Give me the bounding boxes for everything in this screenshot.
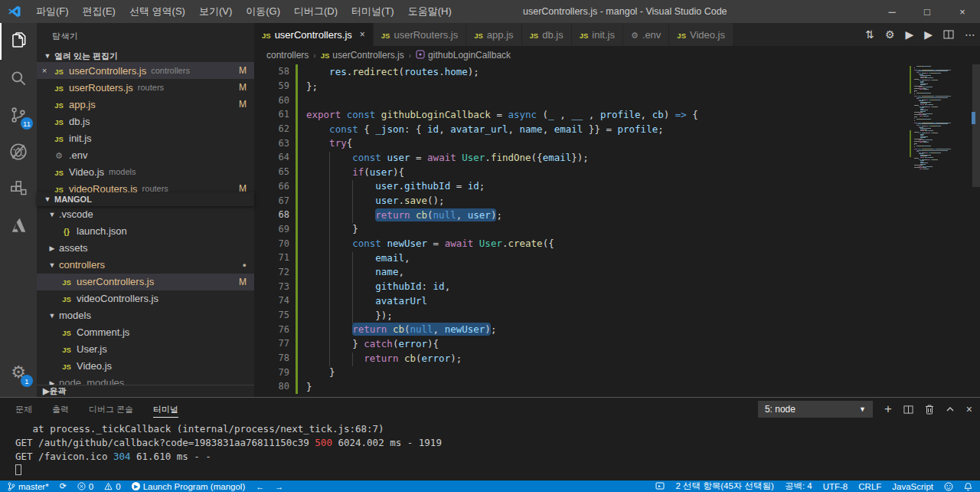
tab-app-js[interactable]: JSapp.js xyxy=(466,23,521,46)
tree-item-folder[interactable]: ▼models xyxy=(37,307,254,324)
open-editor-item[interactable]: JSapp.jsM xyxy=(37,96,254,113)
breadcrumb-item[interactable]: githubLoginCallback xyxy=(416,50,511,61)
panel-tab-터미널[interactable]: 터미널 xyxy=(153,398,178,421)
status-smiley[interactable] xyxy=(944,482,953,491)
gear-icon[interactable]: ⚙ xyxy=(885,28,895,41)
panel-tab-디버그-콘솔[interactable]: 디버그 콘솔 xyxy=(89,398,133,421)
code-token: = xyxy=(410,152,428,163)
status-sync[interactable]: ⟳ xyxy=(60,481,67,491)
tree-item-file[interactable]: JSVideo.js xyxy=(37,358,254,375)
tab-db-js[interactable]: JSdb.js xyxy=(522,23,572,46)
line-content: }); xyxy=(306,310,393,321)
tree-item-file[interactable]: JSvideoControllers.js xyxy=(37,290,254,307)
file-tree: ▼.vscode{}launch.json▶assets▼controllers… xyxy=(37,206,254,385)
workspace-section-header[interactable]: ▼ MANGOL xyxy=(37,192,254,206)
open-editor-item[interactable]: JSinit.js xyxy=(37,130,254,146)
run-icon[interactable]: ▶ xyxy=(905,28,913,41)
panel-tab-문제[interactable]: 문제 xyxy=(15,398,32,421)
activity-source-control-icon[interactable]: 11 xyxy=(0,97,37,133)
breadcrumb-item[interactable]: JSuserControllers.js xyxy=(321,50,404,61)
maximize-button[interactable]: □ xyxy=(910,0,945,23)
status--4[interactable]: 공백: 4 xyxy=(785,481,812,492)
open-editor-item[interactable]: ×JSuserControllers.jscontrollersM xyxy=(37,62,254,79)
status-arrow-right[interactable]: → xyxy=(275,482,283,491)
open-editors-header[interactable]: ▼ 열려 있는 편집기 xyxy=(37,50,254,62)
tree-item-folder[interactable]: ▶assets xyxy=(37,240,254,257)
code-line: 60 xyxy=(254,93,980,107)
activity-debug-icon[interactable] xyxy=(0,133,37,170)
kill-terminal-icon[interactable] xyxy=(925,404,934,415)
code-token: { xyxy=(358,123,376,135)
tab-label: userControllers.js xyxy=(275,29,352,41)
activity-search-icon[interactable] xyxy=(0,60,37,97)
sync-changes-icon[interactable]: ⇅ xyxy=(865,28,874,41)
new-terminal-icon[interactable]: + xyxy=(884,402,892,417)
maximize-panel-icon[interactable] xyxy=(946,405,955,414)
open-editor-item[interactable]: JSdb.js xyxy=(37,113,254,130)
breadcrumb-label: userControllers.js xyxy=(332,50,403,61)
run-without-debug-icon[interactable]: ▶ xyxy=(924,28,933,41)
status-javascript[interactable]: JavaScript xyxy=(892,482,933,491)
status-error[interactable]: 0 xyxy=(77,482,93,491)
status-screencast[interactable] xyxy=(655,482,665,490)
status-utf-8[interactable]: UTF-8 xyxy=(823,482,848,491)
status-arrow-left[interactable]: ← xyxy=(256,482,264,491)
status-bell[interactable] xyxy=(964,482,972,491)
tab-init-js[interactable]: JSinit.js xyxy=(572,23,623,46)
minimize-button[interactable]: ─ xyxy=(874,0,910,23)
menu-item-0[interactable]: 파일(F) xyxy=(29,0,76,23)
activity-extensions-icon[interactable] xyxy=(0,170,37,207)
code-token: email xyxy=(554,123,583,135)
tab--env[interactable]: ⚙.env xyxy=(623,23,669,46)
code-token: _ xyxy=(548,109,554,120)
tree-item-folder[interactable]: ▶node_modules xyxy=(37,375,254,385)
status-2-45-[interactable]: 2 선택 항목(45자 선택됨) xyxy=(675,481,773,492)
close-icon[interactable]: × xyxy=(360,29,365,40)
split-terminal-icon[interactable] xyxy=(903,405,913,415)
status-warning[interactable]: 0 xyxy=(104,482,120,491)
terminal-output[interactable]: at process._tickCallback (internal/proce… xyxy=(0,421,980,481)
code-token: ( xyxy=(364,166,370,178)
code-token xyxy=(473,238,479,249)
status-play-circle[interactable]: ▶Launch Program (mangol) xyxy=(132,482,246,491)
terminal-picker[interactable]: 5: node ▼ xyxy=(758,401,873,418)
split-editor-icon[interactable] xyxy=(943,29,954,40)
modified-badge: M xyxy=(239,183,247,192)
menu-item-5[interactable]: 디버그(D) xyxy=(287,0,345,23)
tree-item-file[interactable]: JSuserControllers.jsM xyxy=(37,274,254,290)
activity-explorer-icon[interactable] xyxy=(0,23,37,60)
menu-item-4[interactable]: 이동(G) xyxy=(239,0,287,23)
tab-userControllers-js[interactable]: JSuserControllers.js× xyxy=(254,23,374,46)
code-token: email xyxy=(543,152,572,163)
tree-item-folder[interactable]: ▼.vscode xyxy=(37,206,254,223)
code-line: 75 }); xyxy=(254,308,980,323)
tree-item-file[interactable]: JSUser.js xyxy=(37,341,254,358)
open-editor-item[interactable]: JSvideoRouters.jsroutersM xyxy=(37,180,254,192)
tab-userRouters-js[interactable]: JSuserRouters.js xyxy=(374,23,466,46)
menu-item-1[interactable]: 편집(E) xyxy=(76,0,122,23)
menu-item-2[interactable]: 선택 영역(S) xyxy=(122,0,192,23)
outline-section-header[interactable]: ▶ 윤곽 xyxy=(37,385,254,397)
panel-tab-출력[interactable]: 출력 xyxy=(52,398,69,421)
open-editor-item[interactable]: JSuserRouters.jsroutersM xyxy=(37,79,254,96)
breadcrumb-item[interactable]: controllers xyxy=(266,50,309,61)
menu-item-3[interactable]: 보기(V) xyxy=(192,0,239,23)
open-editor-item[interactable]: JSVideo.jsmodels xyxy=(37,163,254,180)
manage-gear-icon[interactable]: ⚙1 xyxy=(0,354,37,391)
open-editor-item[interactable]: ⚙.env xyxy=(37,146,254,163)
tree-item-file[interactable]: {}launch.json xyxy=(37,223,254,240)
status-branch[interactable]: master* xyxy=(8,482,49,491)
tab-Video-js[interactable]: JSVideo.js xyxy=(669,23,733,46)
close-panel-icon[interactable]: × xyxy=(966,403,972,415)
status-crlf[interactable]: CRLF xyxy=(858,482,881,491)
menu-item-7[interactable]: 도움말(H) xyxy=(401,0,459,23)
menu-item-6[interactable]: 터미널(T) xyxy=(345,0,401,23)
tree-item-folder[interactable]: ▼controllers● xyxy=(37,257,254,274)
activity-azure-icon[interactable] xyxy=(0,207,37,244)
arrow-right-icon: → xyxy=(275,482,283,491)
close-button[interactable]: × xyxy=(945,0,980,23)
tree-item-file[interactable]: JSComment.js xyxy=(37,324,254,341)
code-editor[interactable]: 58 res.redirect(routes.home);59};6061exp… xyxy=(254,64,980,397)
more-actions-icon[interactable]: ⋯ xyxy=(965,28,975,41)
close-icon[interactable]: × xyxy=(37,66,52,75)
